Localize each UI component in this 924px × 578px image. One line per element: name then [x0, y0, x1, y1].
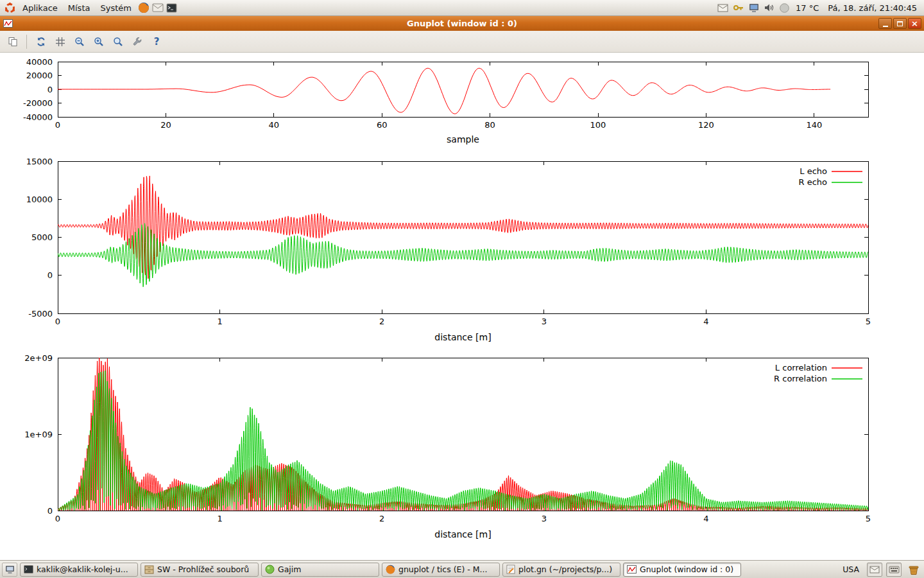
- legend-label: R echo: [798, 177, 827, 187]
- y-tick-label: 10000: [26, 195, 53, 204]
- minimize-icon: [883, 26, 888, 27]
- window-titlebar[interactable]: Gnuplot (window id : 0) ×: [0, 16, 924, 31]
- ubuntu-logo-icon[interactable]: [3, 1, 16, 14]
- keyring-icon[interactable]: [732, 2, 744, 14]
- y-tick-label: 2e+09: [24, 353, 53, 363]
- copy-to-clipboard-button[interactable]: [4, 33, 21, 50]
- taskbar-window-firefox[interactable]: gnuplot / tics (E) - M...: [382, 563, 500, 577]
- taskbar-window-gajim[interactable]: Gajim: [261, 563, 379, 577]
- file-manager-icon: [144, 565, 154, 574]
- show-desktop-button[interactable]: [2, 563, 17, 577]
- mail-applet-button[interactable]: [867, 563, 882, 577]
- weather-icon[interactable]: [778, 2, 791, 14]
- y-tick-label: -5000: [28, 309, 53, 319]
- maximize-button[interactable]: [893, 18, 907, 29]
- x-tick-label: 80: [484, 120, 495, 130]
- show-desktop-icon: [5, 565, 15, 574]
- x-tick-label: 40: [269, 120, 280, 130]
- chart-0[interactable]: 020406080100120140-40000-200000200004000…: [0, 53, 924, 154]
- taskbar-window-file-manager[interactable]: SW - Prohlížeč souborů: [141, 563, 259, 577]
- y-tick-label: 1e+09: [24, 430, 53, 439]
- gnuplot-canvas[interactable]: 020406080100120140-40000-200000200004000…: [0, 53, 924, 560]
- x-tick-label: 3: [542, 317, 547, 326]
- gnuplot-icon: [627, 565, 637, 574]
- mail-applet-icon: [869, 566, 880, 574]
- zoom-next-button[interactable]: [90, 33, 107, 50]
- y-tick-label: 0: [47, 506, 53, 516]
- minimize-button[interactable]: [878, 18, 892, 29]
- autoscale-button[interactable]: [109, 33, 126, 50]
- x-tick-label: 140: [806, 120, 822, 130]
- volume-icon[interactable]: [763, 2, 775, 14]
- close-button[interactable]: ×: [908, 18, 921, 29]
- replot-icon: [36, 37, 46, 47]
- menu-system[interactable]: Systém: [95, 1, 136, 15]
- y-tick-label: 0: [47, 270, 53, 280]
- copy-icon: [8, 37, 18, 47]
- gnome-top-panel: Aplikace Místa Systém 17 °C Pá, 18. září…: [0, 0, 924, 16]
- taskbar-window-gnuplot[interactable]: Gnuplot (window id : 0): [623, 563, 741, 577]
- plot-border: [58, 161, 868, 313]
- trash-icon: [908, 564, 920, 575]
- gnuplot-toolbar: ?: [0, 31, 924, 53]
- mail-notification-icon[interactable]: [717, 2, 729, 14]
- terminal-icon: [24, 565, 33, 574]
- x-tick-label: 4: [703, 317, 708, 326]
- keyboard-applet-button[interactable]: [886, 563, 902, 577]
- clock[interactable]: Pá, 18. září, 21:40:45: [824, 3, 921, 13]
- x-tick-label: 4: [703, 514, 708, 523]
- taskbar-window-label: SW - Prohlížeč souborů: [157, 565, 249, 574]
- replot-button[interactable]: [32, 33, 49, 50]
- help-button[interactable]: ?: [148, 33, 165, 50]
- network-monitor-icon[interactable]: [748, 2, 760, 14]
- zoom-next-icon: [94, 37, 104, 47]
- taskbar-window-label: kaklik@kaklik-kolej-u...: [37, 565, 128, 574]
- firefox-launcher-icon[interactable]: [137, 1, 151, 15]
- taskbar-window-label: Gnuplot (window id : 0): [640, 565, 733, 574]
- zoom-previous-icon: [74, 37, 85, 47]
- chart-1[interactable]: 012345-5000050001000015000distance [m]L …: [0, 154, 924, 350]
- config-button[interactable]: [128, 33, 146, 50]
- y-tick-label: 0: [47, 85, 53, 94]
- x-tick-label: 5: [866, 317, 871, 326]
- x-tick-label: 3: [542, 514, 547, 523]
- maximize-icon: [897, 21, 903, 26]
- taskbar-window-label: plot.gn (~/projects/p...): [518, 565, 612, 574]
- terminal-launcher-icon[interactable]: [165, 1, 179, 15]
- menu-applications[interactable]: Aplikace: [17, 1, 63, 15]
- x-tick-label: 1: [217, 317, 222, 326]
- autoscale-icon: [113, 37, 123, 47]
- x-tick-label: 1: [217, 514, 222, 523]
- y-tick-label: 15000: [26, 157, 53, 166]
- y-tick-label: 5000: [31, 232, 53, 242]
- mail-launcher-icon[interactable]: [151, 1, 165, 15]
- help-icon: ?: [151, 37, 162, 47]
- legend-label: L echo: [800, 166, 827, 176]
- x-tick-label: 2: [379, 317, 384, 326]
- chart-2[interactable]: 01234501e+092e+09distance [m]L correlati…: [0, 350, 924, 552]
- firefox-icon: [386, 565, 395, 574]
- trash-button[interactable]: [905, 562, 922, 577]
- toolbar-separator: [26, 35, 27, 49]
- gajim-icon: [265, 565, 275, 574]
- plot-border: [58, 62, 868, 117]
- gnome-taskbar: kaklik@kaklik-kolej-u... SW - Prohlížeč …: [0, 560, 924, 578]
- x-tick-label: 2: [379, 514, 384, 523]
- gnuplot-window-icon: [3, 19, 15, 29]
- text-editor-icon: [506, 565, 515, 574]
- keyboard-layout-indicator[interactable]: USA: [839, 563, 863, 575]
- menu-places[interactable]: Místa: [63, 1, 96, 15]
- taskbar-window-terminal[interactable]: kaklik@kaklik-kolej-u...: [20, 563, 138, 577]
- zoom-previous-button[interactable]: [71, 33, 88, 50]
- y-tick-label: -40000: [23, 112, 53, 122]
- x-tick-label: 5: [866, 514, 871, 523]
- x-tick-label: 100: [590, 120, 606, 130]
- taskbar-window-label: gnuplot / tics (E) - M...: [398, 565, 487, 574]
- wrench-icon: [132, 37, 142, 47]
- taskbar-window-text-editor[interactable]: plot.gn (~/projects/p...): [502, 563, 620, 577]
- x-tick-label: 0: [55, 120, 60, 130]
- temperature-indicator[interactable]: 17 °C: [794, 3, 821, 13]
- toggle-grid-button[interactable]: [51, 33, 69, 50]
- legend-label: R correlation: [774, 374, 827, 383]
- x-axis-label: distance [m]: [434, 529, 491, 539]
